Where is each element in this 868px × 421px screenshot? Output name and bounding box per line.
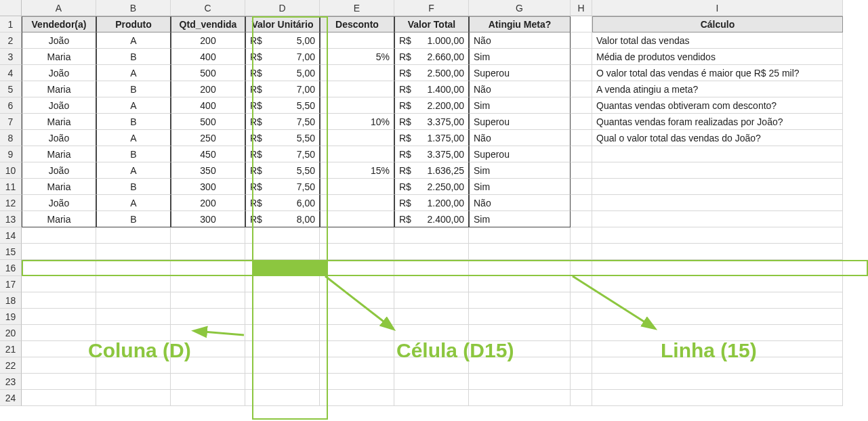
- cell-G24[interactable]: [469, 390, 571, 406]
- cell-C18[interactable]: [171, 292, 245, 309]
- cell-C12[interactable]: 200: [171, 195, 245, 211]
- cell-I14[interactable]: [592, 227, 843, 244]
- cell-E15[interactable]: [320, 244, 394, 260]
- cell-I4[interactable]: O valor total das vendas é maior que R$ …: [592, 65, 843, 81]
- cell-E19[interactable]: [320, 309, 394, 325]
- cell-H23[interactable]: [571, 374, 592, 390]
- cell-C10[interactable]: 350: [171, 162, 245, 179]
- cell-F18[interactable]: [394, 292, 469, 309]
- cell-E22[interactable]: [320, 357, 394, 374]
- cell-B9[interactable]: B: [96, 146, 171, 162]
- col-header-A[interactable]: A: [22, 0, 96, 16]
- cell-G15[interactable]: [469, 244, 571, 260]
- cell-A5[interactable]: Maria: [22, 81, 96, 97]
- row-header-21[interactable]: 21: [0, 341, 22, 357]
- cell-F11[interactable]: R$2.250,00: [394, 179, 469, 195]
- cell-D11[interactable]: R$7,50: [245, 179, 320, 195]
- cell-D5[interactable]: R$7,00: [245, 81, 320, 97]
- cell-I3[interactable]: Média de produtos vendidos: [592, 49, 843, 65]
- cell-F13[interactable]: R$2.400,00: [394, 211, 469, 227]
- cell-A4[interactable]: João: [22, 65, 96, 81]
- cell-G3[interactable]: Sim: [469, 49, 571, 65]
- cell-F20[interactable]: [394, 325, 469, 341]
- cell-E6[interactable]: [320, 97, 394, 114]
- cell-A20[interactable]: [22, 325, 96, 341]
- cell-F6[interactable]: R$2.200,00: [394, 97, 469, 114]
- row-header-18[interactable]: 18: [0, 292, 22, 309]
- cell-C13[interactable]: 300: [171, 211, 245, 227]
- cell-H3[interactable]: [571, 49, 592, 65]
- cell-B3[interactable]: B: [96, 49, 171, 65]
- cell-I22[interactable]: [592, 357, 843, 374]
- cell-G6[interactable]: Sim: [469, 97, 571, 114]
- row-header-11[interactable]: 11: [0, 179, 22, 195]
- col-header-H[interactable]: H: [571, 0, 592, 16]
- cell-C5[interactable]: 200: [171, 81, 245, 97]
- row-header-3[interactable]: 3: [0, 49, 22, 65]
- row-header-24[interactable]: 24: [0, 390, 22, 406]
- cell-C14[interactable]: [171, 227, 245, 244]
- cell-B10[interactable]: A: [96, 162, 171, 179]
- cell-F15[interactable]: [394, 244, 469, 260]
- row-header-17[interactable]: 17: [0, 276, 22, 292]
- cell-I18[interactable]: [592, 292, 843, 309]
- cell-A3[interactable]: Maria: [22, 49, 96, 65]
- row-header-1[interactable]: 1: [0, 16, 22, 32]
- cell-B15[interactable]: [96, 244, 171, 260]
- cell-E20[interactable]: [320, 325, 394, 341]
- row-header-8[interactable]: 8: [0, 130, 22, 146]
- cell-E16[interactable]: [320, 260, 394, 276]
- row-header-6[interactable]: 6: [0, 97, 22, 114]
- cell-F21[interactable]: [394, 341, 469, 357]
- cell-D22[interactable]: [245, 357, 320, 374]
- cell-I21[interactable]: [592, 341, 843, 357]
- cell-A6[interactable]: João: [22, 97, 96, 114]
- cell-G7[interactable]: Superou: [469, 114, 571, 130]
- row-header-15[interactable]: 15: [0, 244, 22, 260]
- cell-C21[interactable]: [171, 341, 245, 357]
- cell-H17[interactable]: [571, 276, 592, 292]
- cell-H18[interactable]: [571, 292, 592, 309]
- cell-D21[interactable]: [245, 341, 320, 357]
- cell-E12[interactable]: [320, 195, 394, 211]
- cell-E3[interactable]: 5%: [320, 49, 394, 65]
- cell-B8[interactable]: A: [96, 130, 171, 146]
- cell-I12[interactable]: [592, 195, 843, 211]
- cell-A17[interactable]: [22, 276, 96, 292]
- cell-C6[interactable]: 400: [171, 97, 245, 114]
- cell-H6[interactable]: [571, 97, 592, 114]
- cell-C23[interactable]: [171, 374, 245, 390]
- cell-H15[interactable]: [571, 244, 592, 260]
- cell-B20[interactable]: [96, 325, 171, 341]
- cell-B17[interactable]: [96, 276, 171, 292]
- cell-A13[interactable]: Maria: [22, 211, 96, 227]
- cell-F12[interactable]: R$1.200,00: [394, 195, 469, 211]
- cell-E8[interactable]: [320, 130, 394, 146]
- cell-G14[interactable]: [469, 227, 571, 244]
- cell-F19[interactable]: [394, 309, 469, 325]
- cell-C19[interactable]: [171, 309, 245, 325]
- cell-H8[interactable]: [571, 130, 592, 146]
- cell-I17[interactable]: [592, 276, 843, 292]
- cell-A19[interactable]: [22, 309, 96, 325]
- cell-C9[interactable]: 450: [171, 146, 245, 162]
- cell-B7[interactable]: B: [96, 114, 171, 130]
- cell-G8[interactable]: Não: [469, 130, 571, 146]
- cell-B13[interactable]: B: [96, 211, 171, 227]
- cell-B2[interactable]: A: [96, 32, 171, 49]
- cell-B12[interactable]: A: [96, 195, 171, 211]
- cell-F9[interactable]: R$3.375,00: [394, 146, 469, 162]
- cell-H14[interactable]: [571, 227, 592, 244]
- cell-I20[interactable]: [592, 325, 843, 341]
- cell-E9[interactable]: [320, 146, 394, 162]
- cell-B14[interactable]: [96, 227, 171, 244]
- cell-H2[interactable]: [571, 32, 592, 49]
- row-header-5[interactable]: 5: [0, 81, 22, 97]
- cell-B6[interactable]: A: [96, 97, 171, 114]
- cell-G5[interactable]: Não: [469, 81, 571, 97]
- cell-E4[interactable]: [320, 65, 394, 81]
- cell-H4[interactable]: [571, 65, 592, 81]
- cell-A9[interactable]: Maria: [22, 146, 96, 162]
- cell-B24[interactable]: [96, 390, 171, 406]
- cell-B11[interactable]: B: [96, 179, 171, 195]
